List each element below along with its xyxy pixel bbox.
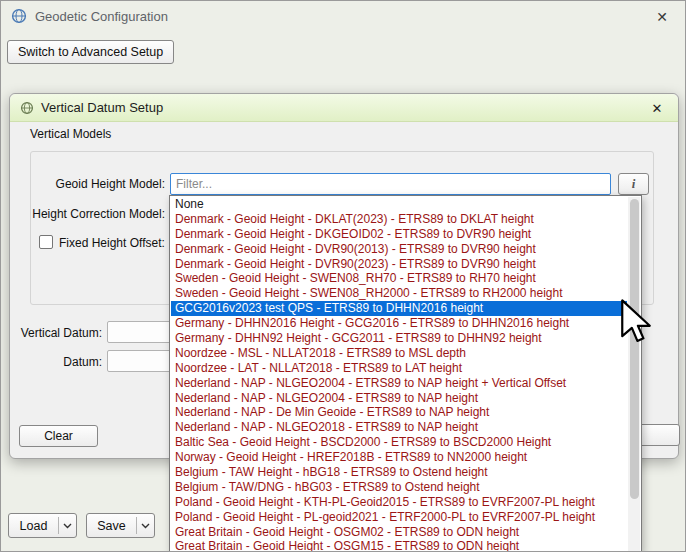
dropdown-item[interactable]: Belgium - TAW Height - hBG18 - ETRS89 to… <box>171 465 627 480</box>
chevron-down-icon[interactable] <box>137 523 154 529</box>
close-icon: ✕ <box>652 101 663 116</box>
geoid-height-model-label: Geoid Height Model: <box>32 177 165 191</box>
dropdown-item[interactable]: Denmark - Geoid Height - DVR90(2013) - E… <box>171 242 627 257</box>
dropdown-item[interactable]: Great Britain - Geoid Height - OSGM02 - … <box>171 525 627 540</box>
info-button[interactable]: i <box>618 173 649 195</box>
dropdown-item[interactable]: Sweden - Geoid Height - SWEN08_RH2000 - … <box>171 286 627 301</box>
dropdown-item[interactable]: Belgium - TAW/DNG - hBG03 - ETRS89 to Os… <box>171 480 627 495</box>
close-icon: ✕ <box>656 9 668 25</box>
load-button[interactable]: Load <box>8 513 77 538</box>
window-title: Geodetic Configuration <box>35 9 168 24</box>
dropdown-item[interactable]: Germany - DHHN2016 Height - GCG2016 - ET… <box>171 316 627 331</box>
dropdown-scrollbar[interactable] <box>628 197 640 551</box>
dropdown-item[interactable]: GCG2016v2023 test QPS - ETRS89 to DHHN20… <box>171 301 627 316</box>
load-button-label: Load <box>9 519 58 533</box>
dropdown-item[interactable]: Denmark - Geoid Height - DVR90(2023) - E… <box>171 257 627 272</box>
switch-advanced-setup-button[interactable]: Switch to Advanced Setup <box>7 40 174 64</box>
dialog-titlebar: Vertical Datum Setup <box>10 94 678 122</box>
scrollbar-thumb[interactable] <box>630 199 639 499</box>
dropdown-item[interactable]: Poland - Geoid Height - PL-geoid2021 - E… <box>171 510 627 525</box>
dropdown-item[interactable]: Denmark - Geoid Height - DKLAT(2023) - E… <box>171 212 627 227</box>
fixed-height-offset-checkbox[interactable] <box>39 235 53 249</box>
window-close-button[interactable]: ✕ <box>653 8 671 26</box>
geoid-model-listbox: NoneDenmark - Geoid Height - DKLAT(2023)… <box>171 197 627 552</box>
dropdown-item[interactable]: Sweden - Geoid Height - SWEN08_RH70 - ET… <box>171 271 627 286</box>
dropdown-item[interactable]: Nederland - NAP - NLGEO2018 - ETRS89 to … <box>171 420 627 435</box>
dialog-close-button[interactable]: ✕ <box>648 99 666 117</box>
dropdown-item[interactable]: Nederland - NAP - NLGEO2004 - ETRS89 to … <box>171 391 627 406</box>
vertical-models-section-label: Vertical Models <box>30 127 111 141</box>
info-icon: i <box>632 176 636 192</box>
clear-button[interactable]: Clear <box>19 425 98 447</box>
geoid-model-filter-input[interactable] <box>170 173 611 195</box>
dropdown-item[interactable]: Noordzee - MSL - NLLAT2018 - ETRS89 to M… <box>171 346 627 361</box>
chevron-down-icon[interactable] <box>59 523 76 529</box>
dropdown-item[interactable]: Baltic Sea - Geoid Height - BSCD2000 - E… <box>171 435 627 450</box>
dropdown-item[interactable]: Norway - Geoid Height - HREF2018B - ETRS… <box>171 450 627 465</box>
dropdown-item[interactable]: None <box>171 197 627 212</box>
dialog-icon <box>20 101 34 115</box>
height-correction-model-label: Height Correction Model: <box>32 207 165 221</box>
globe-icon <box>11 8 27 24</box>
dropdown-item[interactable]: Nederland - NAP - De Min Geoide - ETRS89… <box>171 405 627 420</box>
dropdown-item[interactable]: Noordzee - LAT - NLLAT2018 - ETRS89 to L… <box>171 361 627 376</box>
fixed-height-offset-label: Fixed Height Offset: <box>59 236 165 250</box>
main-titlebar: Geodetic Configuration <box>1 1 685 31</box>
dialog-title: Vertical Datum Setup <box>41 100 163 115</box>
dropdown-item[interactable]: Nederland - NAP - NLGEO2004 - ETRS89 to … <box>171 376 627 391</box>
dropdown-item[interactable]: Poland - Geoid Height - KTH-PL-Geoid2015… <box>171 495 627 510</box>
save-button[interactable]: Save <box>86 513 155 538</box>
vertical-datum-label: Vertical Datum: <box>10 326 102 340</box>
main-window: { "titlebar": { "title": "Geodetic Confi… <box>0 0 686 552</box>
dropdown-item[interactable]: Denmark - Geoid Height - DKGEOID02 - ETR… <box>171 227 627 242</box>
dropdown-item[interactable]: Germany - DHHN92 Height - GCG2011 - ETRS… <box>171 331 627 346</box>
geoid-model-dropdown: NoneDenmark - Geoid Height - DKLAT(2023)… <box>169 195 642 552</box>
dropdown-item[interactable]: Great Britain - Geoid Height - OSGM15 - … <box>171 539 627 552</box>
datum-label: Datum: <box>10 355 102 369</box>
save-button-label: Save <box>87 519 136 533</box>
